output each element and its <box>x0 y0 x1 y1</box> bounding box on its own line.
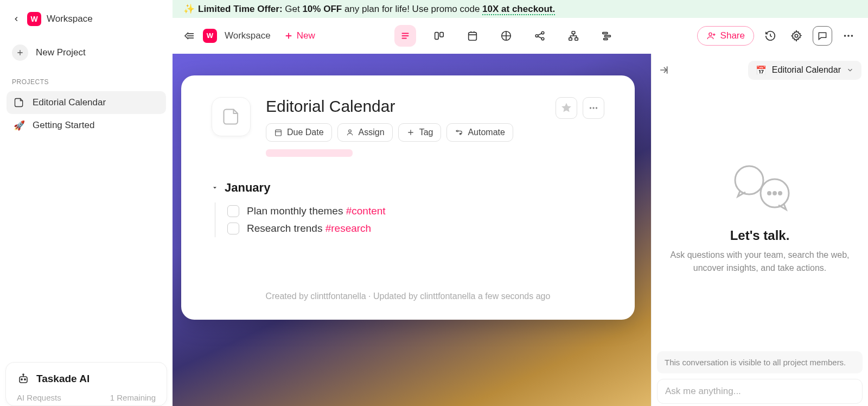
card-more-icon[interactable] <box>583 97 604 119</box>
history-icon[interactable] <box>761 26 780 46</box>
task-label: Plan monthly themes <box>247 205 346 217</box>
task-row[interactable]: Research trends #research <box>215 220 604 237</box>
svg-point-27 <box>592 107 594 109</box>
svg-point-23 <box>348 130 351 132</box>
svg-point-26 <box>590 107 591 109</box>
view-orgchart-icon[interactable] <box>563 25 584 47</box>
svg-rect-16 <box>603 38 607 40</box>
chat-body: Let's talk. Ask questions with your team… <box>652 86 868 351</box>
svg-point-18 <box>795 34 798 37</box>
canvas[interactable]: Editorial Calendar Due Date Assign <box>173 54 651 406</box>
description-placeholder[interactable] <box>266 149 353 157</box>
svg-point-20 <box>847 35 850 37</box>
view-tabs <box>394 25 618 47</box>
chat-context-label: Editorial Calendar <box>772 65 841 75</box>
task-text[interactable]: Plan monthly themes #content <box>247 205 386 217</box>
view-board-icon[interactable] <box>428 25 450 47</box>
sidebar-item-label: Getting Started <box>33 120 94 131</box>
chat-context-pill[interactable]: 📅 Editorial Calendar <box>748 61 861 80</box>
chat-footer: This conversation is visible to all proj… <box>652 351 868 406</box>
tag-pill[interactable]: Tag <box>398 123 442 142</box>
collapse-sidebar-icon[interactable] <box>182 29 195 42</box>
ai-remaining-label: 1 Remaining <box>110 393 156 402</box>
task-text[interactable]: Research trends #research <box>247 223 371 234</box>
projects-section-label: PROJECTS <box>7 78 166 91</box>
promo-banner[interactable]: ✨ Limited Time Offer: Get 10% OFF any pl… <box>173 0 868 18</box>
svg-rect-13 <box>575 37 578 40</box>
chat-panel-icon[interactable] <box>813 26 832 46</box>
ai-card[interactable]: Taskade AI AI Requests 1 Remaining <box>5 362 167 406</box>
svg-rect-22 <box>276 130 282 136</box>
assign-pill[interactable]: Assign <box>337 123 393 142</box>
svg-rect-11 <box>572 31 575 34</box>
due-date-label: Due Date <box>287 128 324 137</box>
workspace-badge[interactable]: W <box>27 12 41 26</box>
svg-point-33 <box>778 192 781 195</box>
chat-input-wrap[interactable] <box>657 379 863 404</box>
svg-point-29 <box>735 166 763 194</box>
chat-notice-text: This conversation is visible to all proj… <box>665 358 846 367</box>
svg-rect-6 <box>468 32 476 40</box>
svg-point-31 <box>768 192 770 195</box>
sidebar-item-label: Editorial Calendar <box>33 97 106 108</box>
task-label: Research trends <box>247 223 326 234</box>
topbar: W Workspace New <box>173 18 868 54</box>
calendar-emoji-icon: 📅 <box>756 65 767 75</box>
promo-lead: Limited Time Offer: <box>198 4 283 14</box>
caret-down-icon <box>212 185 218 191</box>
view-list-icon[interactable] <box>394 25 416 47</box>
star-icon[interactable] <box>556 97 577 119</box>
new-button[interactable]: New <box>284 30 315 41</box>
more-icon[interactable] <box>839 26 858 46</box>
sidebar-item-getting-started[interactable]: 🚀 Getting Started <box>7 114 166 137</box>
view-gantt-icon[interactable] <box>596 25 618 47</box>
main: ✨ Limited Time Offer: Get 10% OFF any pl… <box>173 0 868 406</box>
share-button[interactable]: Share <box>697 26 754 46</box>
svg-point-24 <box>457 130 458 132</box>
view-calendar-icon[interactable] <box>462 25 483 47</box>
document-card: Editorial Calendar Due Date Assign <box>181 75 635 320</box>
svg-point-17 <box>709 33 711 35</box>
chat-heading: Let's talk. <box>730 228 790 243</box>
automate-pill[interactable]: Automate <box>446 123 513 142</box>
view-mindmap-icon[interactable] <box>529 25 551 47</box>
svg-rect-12 <box>569 37 572 40</box>
collapse-chat-icon[interactable] <box>658 65 669 75</box>
back-icon[interactable] <box>11 14 22 24</box>
task-tag: #research <box>326 223 372 234</box>
ai-card-title: Taskade AI <box>36 373 90 385</box>
rocket-icon: 🚀 <box>13 119 25 131</box>
automate-label: Automate <box>468 128 505 137</box>
task-row[interactable]: Plan monthly themes #content <box>215 202 604 220</box>
new-project-button[interactable]: New Project <box>7 39 166 66</box>
svg-rect-4 <box>435 32 438 39</box>
checkbox[interactable] <box>227 205 239 217</box>
robot-icon <box>17 372 30 385</box>
chat-bubbles-icon <box>725 163 795 212</box>
view-table-icon[interactable] <box>495 25 517 47</box>
tag-label: Tag <box>419 128 433 137</box>
promo-code: 10X at checkout. <box>482 4 555 15</box>
sparkle-icon: ✨ <box>183 3 195 15</box>
svg-rect-14 <box>602 32 607 34</box>
chat-input[interactable] <box>665 386 854 397</box>
new-project-label: New Project <box>36 47 86 58</box>
promo-pct: 10% OFF <box>302 4 342 14</box>
svg-point-19 <box>844 35 846 37</box>
workspace-name[interactable]: Workspace <box>47 14 93 24</box>
content-area: Editorial Calendar Due Date Assign <box>173 54 868 406</box>
checkbox[interactable] <box>227 223 239 234</box>
settings-icon[interactable] <box>787 26 806 46</box>
group-header[interactable]: January <box>212 181 604 195</box>
chat-notice: This conversation is visible to all proj… <box>657 351 863 373</box>
svg-point-28 <box>596 107 597 109</box>
promo-text-b: any plan for life! Use promo code <box>342 4 482 14</box>
doc-icon-large[interactable] <box>212 97 251 136</box>
ai-requests-label: AI Requests <box>17 393 61 402</box>
due-date-pill[interactable]: Due Date <box>266 123 332 142</box>
workspace-badge-mini[interactable]: W <box>203 29 217 43</box>
breadcrumb[interactable]: Workspace <box>225 30 271 41</box>
sidebar-item-editorial-calendar[interactable]: Editorial Calendar <box>7 91 166 114</box>
document-title[interactable]: Editorial Calendar <box>266 97 540 116</box>
chevron-down-icon <box>846 66 854 74</box>
